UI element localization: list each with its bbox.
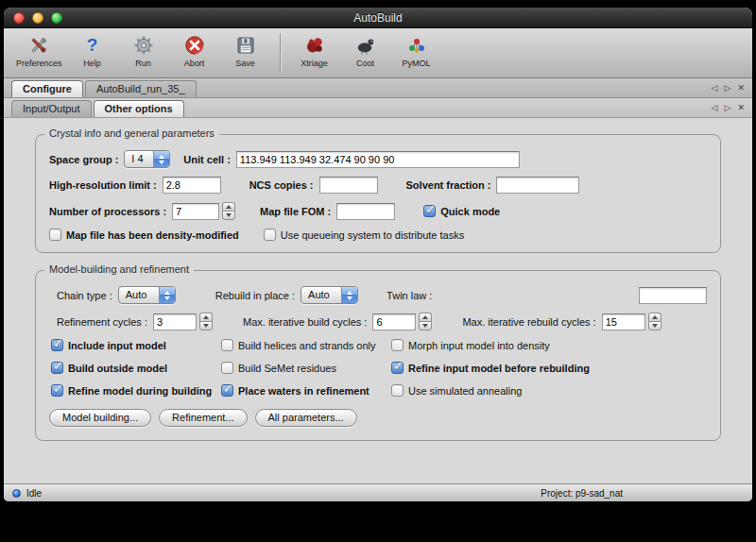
tab-configure[interactable]: Configure [11,80,83,97]
chevron-up-down-icon [341,287,357,303]
toolbar: Preferences ? Help Run [4,28,752,78]
model-building-group-title: Model-building and refinement [44,263,194,275]
coot-button[interactable]: Coot [342,31,389,69]
twin-law-input[interactable] [639,287,707,304]
help-button[interactable]: ? Help [69,31,116,69]
status-led-icon [12,489,21,498]
crystal-row-2: High-resolution limit : NCS copies : Sol… [49,177,707,194]
model-buttons-row: Model building... Refinement... All para… [49,409,707,427]
model-building-button[interactable]: Model building... [49,409,151,427]
refine-input-model-checkbox[interactable]: Refine input model before rebuilding [391,362,707,374]
project-label: Project: p9-sad_nat [541,488,623,499]
checkbox-box [264,229,276,241]
refine-during-building-checkbox[interactable]: Refine model during building [51,384,221,397]
tab-autobuild-run[interactable]: AutoBuild_run_35_ [85,80,197,97]
build-cycles-input[interactable] [372,313,416,330]
build-cycles-label: Max. iterative build cycles : [243,316,367,328]
num-processors-input[interactable] [172,203,219,220]
preferences-icon [27,32,50,58]
tab-other-options[interactable]: Other options [94,100,184,117]
ncs-copies-label: NCS copies : [249,179,314,191]
solvent-fraction-label: Solvent fraction : [406,179,491,191]
twin-law-label: Twin law : [387,290,432,301]
crystal-info-group-title: Crystal info and general parameters [44,127,219,139]
run-button[interactable]: Run [120,31,167,69]
toolbar-label: Xtriage [301,59,328,68]
checkbox-box [221,384,233,397]
morph-input-model-checkbox[interactable]: Morph input model into density [391,339,707,351]
toolbar-label: Abort [184,59,205,68]
model-building-group: Model-building and refinement Chain type… [35,270,721,441]
help-icon: ? [87,32,98,58]
abort-button[interactable]: Abort [171,31,218,69]
save-icon [234,32,257,58]
sub-tab-nav-back-icon[interactable]: ◁ [712,102,718,113]
pymol-button[interactable]: PyMOL [393,31,440,69]
sub-tab-close-icon[interactable]: ✕ [737,102,745,113]
xtriage-icon [303,32,326,58]
map-file-fom-input[interactable] [336,203,395,220]
tab-nav: ◁ ▷ ✕ [712,82,745,93]
toolbar-label: Coot [356,59,374,68]
chevron-up-down-icon [159,287,175,303]
simulated-annealing-checkbox[interactable]: Use simulated annealing [391,384,707,397]
tab-input-output[interactable]: Input/Output [11,100,92,117]
sub-tab-nav-forward-icon[interactable]: ▷ [725,102,731,113]
toolbar-label: PyMOL [403,59,431,68]
refinement-cycles-input[interactable] [153,313,197,330]
density-modified-checkbox[interactable]: Map file has been density-modified [49,229,239,241]
minimize-window-button[interactable] [32,12,43,24]
rebuild-in-place-value: Auto [301,287,341,303]
model-checkbox-grid: Include input model Build helices and st… [49,339,707,397]
pymol-icon [405,32,428,58]
include-input-model-checkbox[interactable]: Include input model [51,339,221,351]
checkbox-box [391,362,404,374]
refinement-button[interactable]: Refinement... [159,409,247,427]
window-controls [13,12,62,24]
solvent-fraction-input[interactable] [496,177,579,194]
crystal-row-3: Number of processors : Map file FOM : Qu… [49,202,707,220]
preferences-button[interactable]: Preferences [13,31,65,69]
build-outside-model-checkbox[interactable]: Build outside model [51,362,221,374]
quick-mode-checkbox[interactable]: Quick mode [423,205,500,217]
status-bar: Idle Project: p9-sad_nat [4,483,752,501]
zoom-window-button[interactable] [51,12,62,24]
close-window-button[interactable] [13,12,25,24]
tab-nav-back-icon[interactable]: ◁ [712,82,718,93]
rebuild-in-place-select[interactable]: Auto [301,286,358,304]
model-row-2: Refinement cycles : Max. iterative build… [49,313,707,330]
build-semet-residues-checkbox[interactable]: Build SeMet residues [221,362,391,374]
checkbox-box [51,384,63,397]
space-group-label: Space group : [49,154,118,165]
rebuild-in-place-label: Rebuild in place : [215,290,295,301]
num-processors-stepper[interactable] [222,202,235,220]
xtriage-button[interactable]: Xtriage [291,31,338,69]
queueing-system-checkbox[interactable]: Use queueing system to distribute tasks [264,229,464,241]
tab-nav-forward-icon[interactable]: ▷ [725,82,731,93]
window-title: AutoBuild [353,11,402,25]
rebuild-cycles-stepper[interactable] [648,313,662,330]
toolbar-label: Save [235,59,255,68]
abort-icon [183,32,206,58]
crystal-row-1: Space group : I 4 Unit cell : [49,150,707,168]
ncs-copies-input[interactable] [319,177,378,194]
unit-cell-input[interactable] [236,151,520,168]
all-parameters-button[interactable]: All parameters... [255,409,357,427]
run-icon [132,32,155,58]
space-group-select[interactable]: I 4 [124,150,170,168]
tab-close-icon[interactable]: ✕ [737,82,745,93]
crystal-info-group: Crystal info and general parameters Spac… [35,134,721,253]
build-helices-strands-checkbox[interactable]: Build helices and strands only [221,339,391,351]
high-res-input[interactable] [163,177,221,194]
save-button[interactable]: Save [222,31,269,69]
place-waters-checkbox[interactable]: Place waters in refinement [221,384,391,397]
build-cycles-stepper[interactable] [419,313,432,330]
rebuild-cycles-label: Max. iterative rebuild cycles : [462,316,595,328]
chain-type-select[interactable]: Auto [118,286,176,304]
rebuild-cycles-input[interactable] [602,313,645,330]
space-group-value: I 4 [125,151,153,167]
chain-type-value: Auto [119,287,159,303]
refinement-cycles-stepper[interactable] [199,313,213,330]
high-res-label: High-resolution limit : [49,179,157,191]
sub-tab-bar: Input/Output Other options ◁ ▷ ✕ [4,98,752,118]
